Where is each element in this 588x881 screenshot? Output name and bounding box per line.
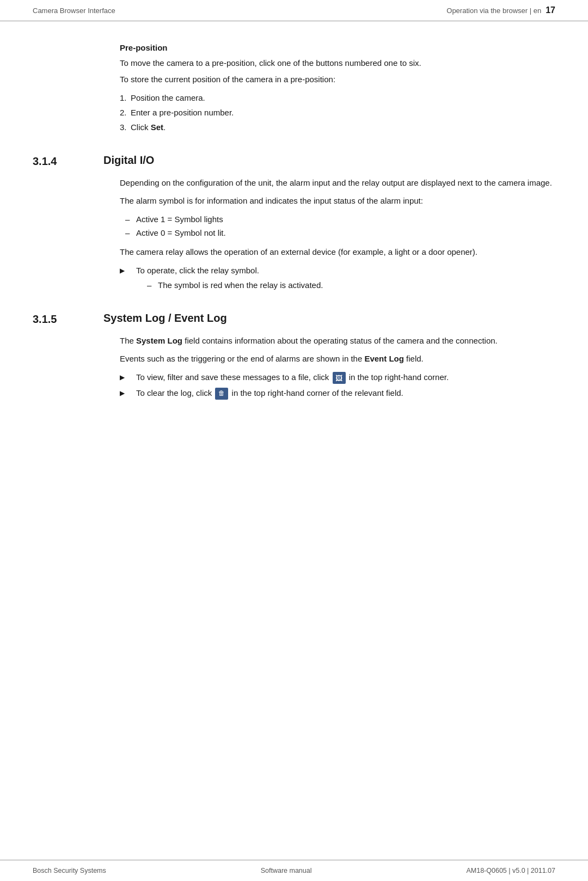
section-314-body: Depending on the configuration of the un… [33, 176, 555, 292]
sub-symbol-red: The symbol is red when the relay is acti… [147, 279, 555, 292]
preposition-para1: To move the camera to a pre-position, cl… [120, 57, 555, 70]
section-314-arrows: To operate, click the relay symbol. The … [120, 264, 555, 292]
arrow-view-filter: To view, filter and save these messages … [120, 371, 555, 384]
page-header: Camera Browser Interface Operation via t… [0, 0, 588, 21]
page-footer: Bosch Security Systems Software manual A… [0, 860, 588, 881]
section-315-heading: 3.1.5 System Log / Event Log [33, 312, 555, 326]
preposition-section: Pre-position To move the camera to a pre… [33, 43, 555, 134]
section-314-subitems: The symbol is red when the relay is acti… [136, 279, 555, 292]
section-314: 3.1.4 Digital I/O Depending on the confi… [33, 154, 555, 292]
section-315-para1: The System Log field contains informatio… [120, 334, 555, 348]
arrow-clear-log: To clear the log, click 🗑 in the top rig… [120, 387, 555, 400]
header-right-text: Operation via the browser | en [446, 7, 541, 15]
section-315-para2: Events such as the triggering or the end… [120, 352, 555, 366]
header-right: Operation via the browser | en 17 [446, 5, 555, 15]
footer-left: Bosch Security Systems [33, 867, 106, 874]
preposition-title: Pre-position [120, 43, 555, 52]
save-icon: 🖼 [333, 372, 346, 384]
preposition-steps: 1. Position the camera. 2. Enter a pre-p… [120, 90, 555, 134]
section-314-para2: The alarm symbol is for information and … [120, 194, 555, 208]
page-content: Pre-position To move the camera to a pre… [0, 21, 588, 860]
section-314-heading: 3.1.4 Digital I/O [33, 154, 555, 168]
section-315: 3.1.5 System Log / Event Log The System … [33, 312, 555, 400]
trash-icon: 🗑 [215, 388, 228, 400]
preposition-para2: To store the current position of the cam… [120, 73, 555, 86]
footer-right: AM18-Q0605 | v5.0 | 2011.07 [466, 867, 555, 874]
section-314-para1: Depending on the configuration of the un… [120, 176, 555, 190]
header-left: Camera Browser Interface [33, 7, 115, 15]
preposition-step-3: 3. Click Set. [120, 120, 555, 134]
section-314-title: Digital I/O [103, 154, 154, 167]
preposition-step-1: 1. Position the camera. [120, 90, 555, 105]
section-314-number: 3.1.4 [33, 154, 103, 168]
bullet-active0: Active 0 = Symbol not lit. [120, 226, 555, 240]
section-314-para3: The camera relay allows the operation of… [120, 246, 555, 259]
preposition-step-2: 2. Enter a pre-position number. [120, 105, 555, 120]
footer-center: Software manual [261, 867, 312, 874]
section-314-bullets: Active 1 = Symbol lights Active 0 = Symb… [120, 212, 555, 240]
header-page-number: 17 [546, 5, 555, 15]
arrow-operate: To operate, click the relay symbol. The … [120, 264, 555, 292]
system-log-bold: System Log [136, 336, 182, 345]
bullet-active1: Active 1 = Symbol lights [120, 212, 555, 227]
section-315-body: The System Log field contains informatio… [33, 334, 555, 400]
event-log-bold: Event Log [364, 354, 404, 363]
section-315-title: System Log / Event Log [103, 312, 227, 325]
section-315-number: 3.1.5 [33, 312, 103, 326]
section-315-arrows: To view, filter and save these messages … [120, 371, 555, 400]
